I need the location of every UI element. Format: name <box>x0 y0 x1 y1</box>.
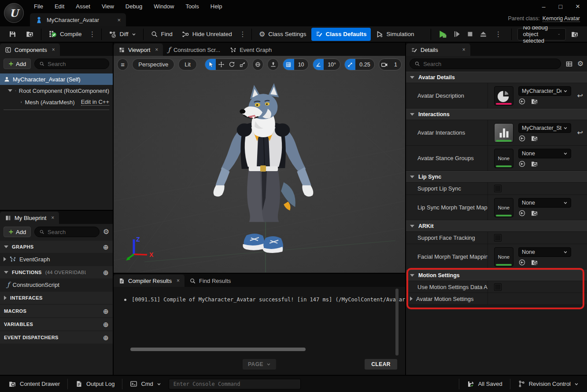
menu-file[interactable]: File <box>28 3 49 10</box>
add-component-button[interactable]: Add <box>4 59 31 69</box>
browse-to-asset-icon[interactable] <box>531 259 538 266</box>
tab-components[interactable]: Components <box>0 44 60 56</box>
browse-to-asset-icon[interactable] <box>531 160 538 168</box>
section-arkit[interactable]: ARKit <box>406 220 587 232</box>
section-variables[interactable]: VARIABLES <box>0 318 113 330</box>
reset-to-default-icon[interactable] <box>577 129 583 136</box>
save-button[interactable] <box>4 28 21 41</box>
expander-down-icon[interactable] <box>8 89 12 92</box>
section-lip-sync[interactable]: Lip Sync <box>406 171 587 183</box>
menu-debug[interactable]: Debug <box>120 3 148 10</box>
add-event-dispatcher-icon[interactable] <box>103 334 109 341</box>
tab-details[interactable]: Details <box>406 44 470 56</box>
vertical-scrollbar[interactable] <box>395 289 399 355</box>
debug-object-dropdown[interactable]: No debug object selected <box>517 28 566 40</box>
all-saved-button[interactable]: All Saved <box>463 377 506 391</box>
surface-snapping-button[interactable] <box>267 59 278 70</box>
close-panel-icon[interactable] <box>51 215 54 220</box>
details-search-input[interactable] <box>423 61 556 67</box>
menu-edit[interactable]: Edit <box>49 3 70 10</box>
tab-compiler-results[interactable]: Compiler Results <box>114 275 185 287</box>
class-settings-button[interactable]: Class Settings <box>255 28 310 41</box>
simulation-button[interactable]: Simulation <box>372 28 418 41</box>
item-construction-script[interactable]: ConstructionScript <box>0 278 113 291</box>
close-panel-icon[interactable] <box>177 278 180 283</box>
use-selected-asset-icon[interactable] <box>518 209 526 217</box>
scale-snap-control[interactable]: 0.25 <box>344 59 375 70</box>
asset-thumbnail-bars[interactable] <box>494 123 513 143</box>
browse-asset-button[interactable] <box>22 28 38 41</box>
hide-unrelated-button[interactable]: Hide Unrelated <box>177 28 236 41</box>
reset-to-default-icon[interactable] <box>577 92 583 99</box>
cmd-dropdown[interactable]: Cmd <box>126 377 165 391</box>
tab-event-graph[interactable]: Event Graph <box>225 44 277 56</box>
tab-find-results[interactable]: Find Results <box>185 275 236 287</box>
select-tool-button[interactable] <box>205 59 216 70</box>
browse-to-asset-icon[interactable] <box>531 98 538 105</box>
section-graphs[interactable]: GRAPHS <box>0 241 113 253</box>
viewport-options-button[interactable] <box>117 59 128 70</box>
browse-to-asset-icon[interactable] <box>531 209 538 217</box>
add-function-icon[interactable] <box>103 269 109 276</box>
support-lip-sync-checkbox[interactable] <box>494 185 502 192</box>
close-window-icon[interactable] <box>576 3 580 10</box>
lip-sync-morph-dropdown[interactable]: None <box>518 198 571 208</box>
eject-icon[interactable] <box>479 30 487 38</box>
use-motion-settings-checkbox[interactable] <box>494 283 502 291</box>
horizontal-scrollbar[interactable] <box>130 348 306 351</box>
class-defaults-button[interactable]: Class Defaults <box>311 28 371 41</box>
section-functions[interactable]: FUNCTIONS (44 OVERRIDABLE) <box>0 266 113 278</box>
browse-to-asset-icon[interactable] <box>531 135 538 142</box>
item-event-graph[interactable]: EventGraph <box>0 253 113 265</box>
minimize-icon[interactable] <box>542 4 546 10</box>
add-variable-icon[interactable] <box>103 321 109 328</box>
use-selected-asset-icon[interactable] <box>518 259 526 266</box>
close-panel-icon[interactable] <box>462 47 465 52</box>
section-interfaces[interactable]: INTERFACES <box>0 292 113 304</box>
compile-button[interactable]: Compile <box>44 28 86 41</box>
content-drawer-button[interactable]: Content Drawer <box>4 377 64 391</box>
rotate-tool-button[interactable] <box>227 59 237 70</box>
revision-control-button[interactable]: Revision Control <box>514 377 583 391</box>
scale-tool-button[interactable] <box>237 59 248 70</box>
output-log-button[interactable]: Output Log <box>71 377 118 391</box>
add-blueprint-item-button[interactable]: Add <box>4 227 31 237</box>
tree-item-root-component[interactable]: Root Component (RootComponent) <box>0 85 113 96</box>
close-tab-icon[interactable] <box>117 17 121 23</box>
tree-item-mesh[interactable]: Mesh (AvatarMesh) Edit in C++ <box>0 96 113 108</box>
asset-thumbnail-none[interactable]: None <box>494 247 513 267</box>
find-button[interactable]: Find <box>147 28 177 41</box>
close-panel-icon[interactable] <box>155 47 158 52</box>
lit-dropdown[interactable]: Lit <box>178 59 197 70</box>
avatar-stance-groups-dropdown[interactable]: None <box>518 149 571 158</box>
edit-in-cpp-link[interactable]: Edit in C++ <box>81 99 109 106</box>
section-motion-settings[interactable]: Motion Settings <box>406 270 587 281</box>
diff-button[interactable]: Diff <box>105 28 140 41</box>
play-options-icon[interactable] <box>493 31 504 38</box>
close-panel-icon[interactable] <box>52 47 55 52</box>
clear-button[interactable]: CLEAR <box>365 359 397 370</box>
menu-view[interactable]: View <box>96 3 120 10</box>
rotation-snap-control[interactable]: 10° <box>313 59 341 70</box>
tab-viewport[interactable]: Viewport <box>114 44 163 56</box>
camera-speed-control[interactable]: 1 <box>379 59 402 70</box>
asset-thumbnail-none[interactable]: None <box>494 198 513 217</box>
use-selected-asset-icon[interactable] <box>518 98 526 105</box>
compile-options-icon[interactable] <box>87 31 98 38</box>
my-blueprint-search-input[interactable] <box>48 229 95 235</box>
support-face-tracking-checkbox[interactable] <box>494 234 502 242</box>
add-graph-icon[interactable] <box>103 244 109 250</box>
page-dropdown[interactable]: PAGE <box>243 359 276 370</box>
parent-class-link[interactable]: Kemorig Avatar <box>543 15 580 22</box>
details-settings-gear-icon[interactable] <box>577 60 583 67</box>
components-search-input[interactable] <box>48 61 104 67</box>
perspective-dropdown[interactable]: Perspective <box>132 59 174 70</box>
tree-item-self[interactable]: MyCharacter_Avatar (Self) <box>0 73 113 85</box>
asset-thumbnail-none[interactable]: None <box>494 149 513 168</box>
world-local-toggle-button[interactable] <box>252 59 263 70</box>
expander-right-icon[interactable] <box>4 257 6 261</box>
asset-thumbnail-pie[interactable] <box>494 86 513 106</box>
section-interactions[interactable]: Interactions <box>406 109 587 120</box>
menu-tools[interactable]: Tools <box>180 3 204 10</box>
tab-my-blueprint[interactable]: My Blueprint <box>0 212 59 224</box>
